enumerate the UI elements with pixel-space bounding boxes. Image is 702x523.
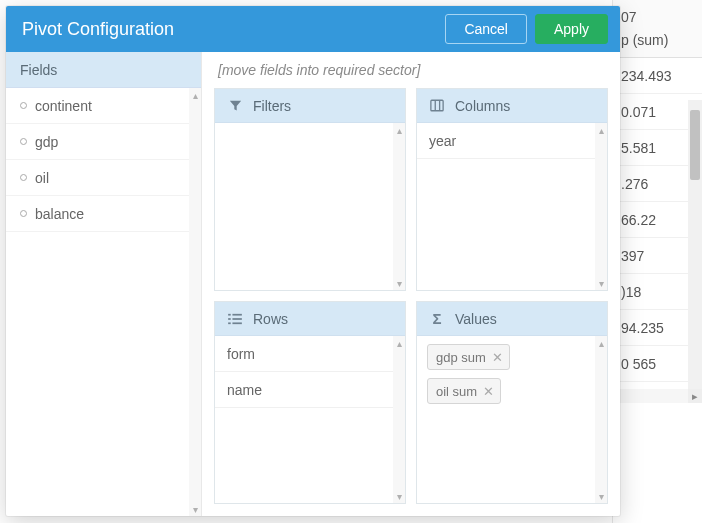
hint-text: [move fields into required sector]: [214, 52, 608, 88]
value-chip-label: oil sum: [436, 384, 477, 399]
sector-filters-title: Filters: [253, 98, 291, 114]
sector-values-body[interactable]: gdp sum✕oil sum✕ ▴ ▾: [417, 336, 607, 503]
bg-header-cell: 07: [621, 9, 694, 25]
bg-vertical-scrollbar[interactable]: [688, 100, 702, 390]
scroll-down-arrow[interactable]: ▾: [189, 502, 201, 516]
scroll-up-arrow[interactable]: ▴: [393, 336, 405, 350]
sector-row-item[interactable]: form: [215, 336, 405, 372]
svg-rect-3: [228, 313, 231, 315]
cancel-button[interactable]: Cancel: [445, 14, 527, 44]
scroll-up-arrow[interactable]: ▴: [189, 88, 201, 102]
sector-row-item[interactable]: name: [215, 372, 405, 408]
scroll-down-arrow[interactable]: ▾: [595, 276, 607, 290]
scroll-down-arrow[interactable]: ▾: [393, 276, 405, 290]
remove-chip-icon[interactable]: ✕: [483, 385, 494, 398]
bg-scroll-right-arrow[interactable]: ▸: [688, 389, 702, 403]
sector-grid: Filters ▴ ▾ Columns: [214, 88, 608, 504]
sectors-panel: [move fields into required sector] Filte…: [202, 52, 620, 516]
sector-row-item[interactable]: year: [417, 123, 607, 159]
svg-rect-0: [431, 100, 443, 111]
scroll-up-arrow[interactable]: ▴: [595, 123, 607, 137]
sector-rows[interactable]: Rows formname ▴ ▾: [214, 301, 406, 504]
cancel-button-label: Cancel: [464, 21, 508, 37]
values-scrollbar[interactable]: ▴ ▾: [595, 336, 607, 503]
sector-values-title: Values: [455, 311, 497, 327]
bg-horizontal-scrollbar[interactable]: ▸: [620, 389, 702, 403]
columns-icon: [429, 99, 445, 112]
field-bullet-icon: [20, 102, 27, 109]
sector-values-header: Σ Values: [417, 302, 607, 336]
filters-scrollbar[interactable]: ▴ ▾: [393, 123, 405, 290]
field-item-label: oil: [35, 170, 49, 186]
scroll-down-arrow[interactable]: ▾: [595, 489, 607, 503]
rows-scrollbar[interactable]: ▴ ▾: [393, 336, 405, 503]
field-bullet-icon: [20, 174, 27, 181]
svg-rect-7: [228, 322, 231, 324]
modal-title: Pivot Configuration: [22, 19, 437, 40]
svg-rect-4: [232, 313, 241, 315]
bg-scroll-thumb[interactable]: [690, 110, 700, 180]
scroll-up-arrow[interactable]: ▴: [393, 123, 405, 137]
field-item-label: gdp: [35, 134, 58, 150]
sector-columns-body[interactable]: year ▴ ▾: [417, 123, 607, 290]
sector-columns[interactable]: Columns year ▴ ▾: [416, 88, 608, 291]
modal-header: Pivot Configuration Cancel Apply: [6, 6, 620, 52]
sector-rows-header: Rows: [215, 302, 405, 336]
sector-columns-title: Columns: [455, 98, 510, 114]
sector-rows-title: Rows: [253, 311, 288, 327]
field-item[interactable]: oil: [6, 160, 201, 196]
field-bullet-icon: [20, 210, 27, 217]
sector-filters-body[interactable]: ▴ ▾: [215, 123, 405, 290]
svg-rect-5: [228, 318, 231, 320]
sector-filters[interactable]: Filters ▴ ▾: [214, 88, 406, 291]
svg-rect-6: [232, 318, 241, 320]
sector-columns-header: Columns: [417, 89, 607, 123]
field-item-label: continent: [35, 98, 92, 114]
value-chip-label: gdp sum: [436, 350, 486, 365]
fields-scrollbar[interactable]: ▴ ▾: [189, 88, 201, 516]
modal-body: Fields continentgdpoilbalance ▴ ▾ [move …: [6, 52, 620, 516]
value-chip[interactable]: gdp sum✕: [427, 344, 510, 370]
field-item[interactable]: gdp: [6, 124, 201, 160]
bg-table-cell: 234.493: [613, 58, 702, 94]
sector-filters-header: Filters: [215, 89, 405, 123]
bg-table-header: 07 p (sum): [613, 0, 702, 58]
field-bullet-icon: [20, 138, 27, 145]
filter-icon: [227, 99, 243, 112]
sigma-icon: Σ: [429, 310, 445, 327]
scroll-up-arrow[interactable]: ▴: [595, 336, 607, 350]
rows-icon: [227, 313, 243, 325]
sector-values[interactable]: Σ Values gdp sum✕oil sum✕ ▴ ▾: [416, 301, 608, 504]
sector-rows-body[interactable]: formname ▴ ▾: [215, 336, 405, 503]
value-chip[interactable]: oil sum✕: [427, 378, 501, 404]
fields-panel-title: Fields: [6, 52, 201, 88]
remove-chip-icon[interactable]: ✕: [492, 351, 503, 364]
columns-scrollbar[interactable]: ▴ ▾: [595, 123, 607, 290]
field-item-label: balance: [35, 206, 84, 222]
apply-button[interactable]: Apply: [535, 14, 608, 44]
fields-list: continentgdpoilbalance ▴ ▾: [6, 88, 201, 516]
fields-panel: Fields continentgdpoilbalance ▴ ▾: [6, 52, 202, 516]
pivot-config-modal: Pivot Configuration Cancel Apply Fields …: [6, 6, 620, 516]
svg-rect-8: [232, 322, 241, 324]
apply-button-label: Apply: [554, 21, 589, 37]
bg-header-cell: p (sum): [621, 32, 694, 48]
scroll-down-arrow[interactable]: ▾: [393, 489, 405, 503]
field-item[interactable]: continent: [6, 88, 201, 124]
field-item[interactable]: balance: [6, 196, 201, 232]
